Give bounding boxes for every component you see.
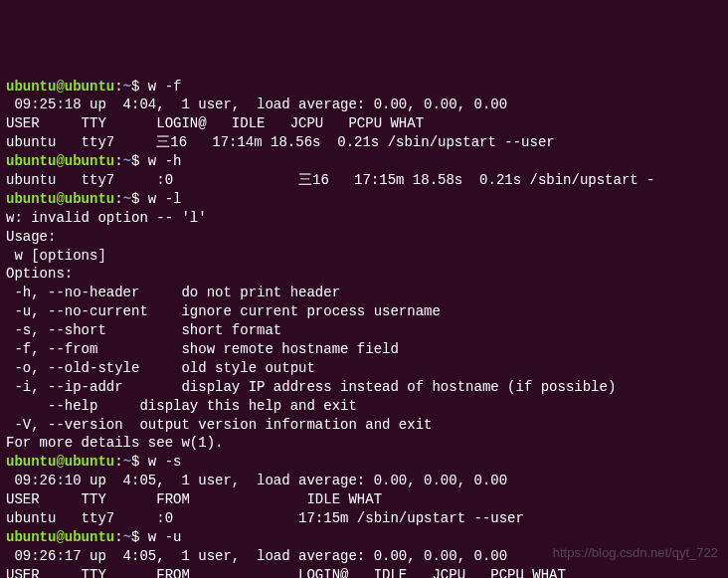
prompt-path: ~ [123, 529, 131, 545]
output-line: 09:25:18 up 4:04, 1 user, load average: … [6, 96, 722, 114]
command-line: ubuntu@ubuntu:~$ w -s [6, 453, 722, 472]
output-line: ubuntu tty7 :0 17:15m /sbin/upstart --us… [6, 509, 722, 528]
output-line: -s, --short short format [6, 321, 722, 340]
terminal-output[interactable]: ubuntu@ubuntu:~$ w -f 09:25:18 up 4:04, … [6, 78, 722, 578]
output-line: 09:26:10 up 4:05, 1 user, load average: … [6, 472, 722, 490]
output-line: w: invalid option -- 'l' [6, 209, 722, 228]
prompt-separator: : [114, 454, 122, 470]
prompt-separator: : [114, 79, 122, 95]
output-line: Options: [6, 265, 722, 284]
command-line: ubuntu@ubuntu:~$ w -f [6, 78, 722, 96]
output-line: For more details see w(1). [6, 434, 722, 453]
output-line: USER TTY LOGIN@ IDLE JCPU PCPU WHAT [6, 114, 722, 133]
prompt-user-host: ubuntu@ubuntu [6, 79, 114, 95]
prompt-path: ~ [123, 153, 131, 169]
output-line: -f, --from show remote hostname field [6, 340, 722, 359]
output-line: ubuntu tty7 三16 17:14m 18.56s 0.21s /sbi… [6, 133, 722, 152]
output-line: -o, --old-style old style output [6, 359, 722, 378]
prompt-dollar: $ [131, 191, 148, 207]
prompt-path: ~ [123, 454, 131, 470]
prompt-user-host: ubuntu@ubuntu [6, 191, 114, 207]
command-text: w -h [148, 153, 182, 169]
prompt-dollar: $ [131, 529, 148, 545]
command-line: ubuntu@ubuntu:~$ w -l [6, 190, 722, 209]
output-line: ubuntu tty7 :0 三16 17:15m 18.58s 0.21s /… [6, 171, 722, 190]
output-line: -h, --no-header do not print header [6, 284, 722, 302]
prompt-path: ~ [123, 79, 131, 95]
command-line: ubuntu@ubuntu:~$ w -h [6, 152, 722, 171]
prompt-separator: : [114, 191, 122, 207]
prompt-dollar: $ [131, 153, 148, 169]
prompt-path: ~ [123, 191, 131, 207]
output-line: -u, --no-current ignore current process … [6, 302, 722, 321]
prompt-dollar: $ [131, 454, 148, 470]
command-text: w -l [148, 191, 182, 207]
prompt-user-host: ubuntu@ubuntu [6, 529, 114, 545]
command-text: w -u [148, 529, 182, 545]
watermark-text: https://blog.csdn.net/qyt_722 [553, 544, 718, 562]
output-line: -i, --ip-addr display IP address instead… [6, 378, 722, 397]
output-line: Usage: [6, 228, 722, 247]
output-line: --help display this help and exit [6, 397, 722, 416]
output-line: w [options] [6, 247, 722, 266]
prompt-user-host: ubuntu@ubuntu [6, 153, 114, 169]
prompt-user-host: ubuntu@ubuntu [6, 454, 114, 470]
prompt-separator: : [114, 529, 122, 545]
output-line: USER TTY FROM LOGIN@ IDLE JCPU PCPU WHAT [6, 566, 722, 578]
prompt-separator: : [114, 153, 122, 169]
command-text: w -s [148, 454, 182, 470]
command-text: w -f [148, 79, 182, 95]
output-line: USER TTY FROM IDLE WHAT [6, 490, 722, 509]
prompt-dollar: $ [131, 79, 148, 95]
output-line: -V, --version output version information… [6, 416, 722, 435]
